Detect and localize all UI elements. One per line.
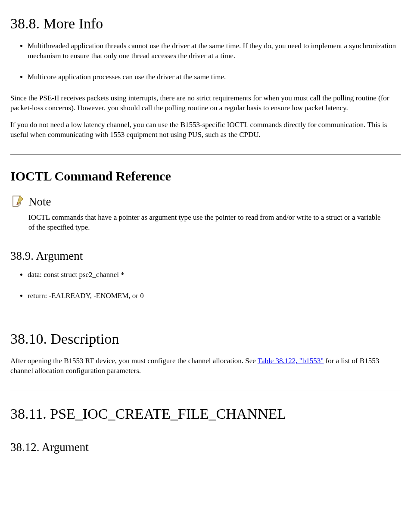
divider xyxy=(10,391,401,391)
section-description: 38.10. Description After opening the B15… xyxy=(10,329,401,376)
heading-more-info: 38.8. More Info xyxy=(10,14,401,34)
heading-argument-2: 38.12. Argument xyxy=(10,439,401,455)
divider xyxy=(10,316,401,316)
list-item: Multithreaded application threads cannot… xyxy=(28,41,401,61)
section-ioctl-command-reference: IOCTL Command Reference Note IOCTL comma… xyxy=(10,168,401,301)
note-label: Note xyxy=(28,194,401,209)
heading-argument: 38.9. Argument xyxy=(10,248,401,264)
heading-ioctl-command-reference: IOCTL Command Reference xyxy=(10,168,401,185)
text-before-link: After opening the B1553 RT device, you m… xyxy=(10,357,258,365)
paragraph-polling: Since the PSE-II receives packets using … xyxy=(10,93,393,113)
section-more-info: 38.8. More Info Multithreaded applicatio… xyxy=(10,14,401,140)
note-body: Note IOCTL commands that have a pointer … xyxy=(28,194,401,233)
list-item: data: const struct pse2_channel * xyxy=(28,270,401,280)
paragraph-description: After opening the B1553 RT device, you m… xyxy=(10,356,401,376)
heading-description: 38.10. Description xyxy=(10,329,401,349)
list-item: Multicore application processes can use … xyxy=(28,72,401,82)
link-table-b1553[interactable]: Table 38.122, "b1553" xyxy=(258,357,324,365)
list-argument: data: const struct pse2_channel * return… xyxy=(10,270,401,301)
note-icon xyxy=(10,194,24,208)
list-more-info: Multithreaded application threads cannot… xyxy=(10,41,401,82)
divider xyxy=(10,154,401,155)
paragraph-low-latency: If you do not need a low latency channel… xyxy=(10,120,401,140)
list-item: return: -EALREADY, -ENOMEM, or 0 xyxy=(28,291,401,301)
section-pse-ioc-create-file-channel: 38.11. PSE_IOC_CREATE_FILE_CHANNEL 38.12… xyxy=(10,404,401,455)
heading-pse-ioc-create-file-channel: 38.11. PSE_IOC_CREATE_FILE_CHANNEL xyxy=(10,404,401,424)
note-block: Note IOCTL commands that have a pointer … xyxy=(10,194,401,233)
note-text: IOCTL commands that have a pointer as ar… xyxy=(28,213,382,233)
